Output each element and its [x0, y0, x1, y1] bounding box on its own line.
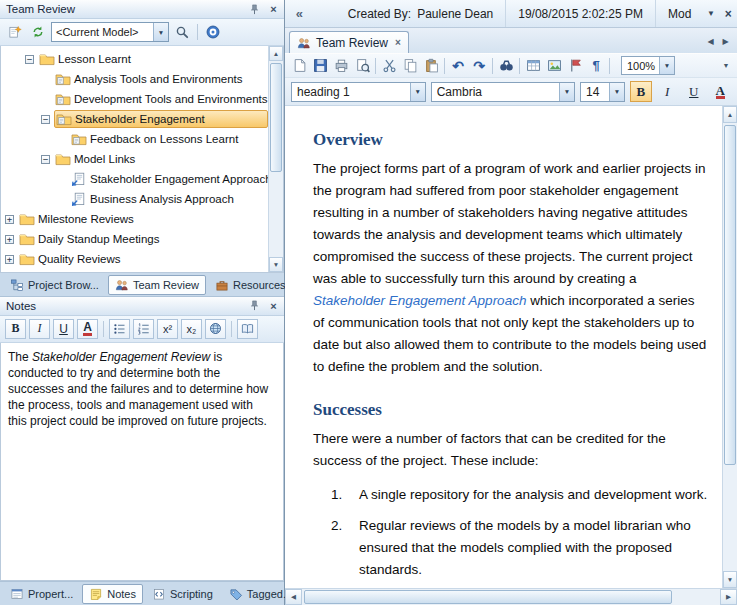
bold-button[interactable]: B — [5, 319, 26, 339]
font-color-button[interactable]: A — [77, 319, 98, 339]
scrollbar-track[interactable] — [269, 61, 283, 257]
print-button[interactable] — [331, 56, 351, 76]
tree-item[interactable]: Development Tools and Environments — [1, 89, 268, 109]
collapse-chevron-icon[interactable]: « — [285, 6, 314, 21]
find-button[interactable] — [496, 56, 516, 76]
document-tab-team-review[interactable]: Team Review × — [289, 31, 409, 53]
format-toolbar: heading 1 ▼ Cambria ▼ 14 ▼ B I U A — [285, 78, 737, 106]
doc-font-color-button[interactable]: A — [710, 81, 731, 102]
close-icon[interactable]: × — [266, 2, 281, 17]
doc-underline-button[interactable]: U — [683, 81, 704, 102]
formatting-marks-button[interactable]: ¶ — [586, 56, 606, 76]
pin-icon[interactable] — [247, 298, 262, 313]
document-vertical-scrollbar[interactable]: ▲ ▼ — [722, 106, 737, 588]
chevron-down-icon[interactable]: ▼ — [153, 23, 168, 41]
tab-resources[interactable]: Resources — [208, 275, 293, 295]
team-review-titlebar: Team Review × — [0, 0, 284, 19]
scrollbar-thumb[interactable] — [304, 590, 672, 604]
cut-button[interactable] — [379, 56, 399, 76]
chevron-down-icon[interactable]: ▼ — [410, 83, 425, 101]
tab-properties[interactable]: Propert... — [3, 584, 80, 604]
doc-italic-button[interactable]: I — [657, 81, 678, 102]
tree-item[interactable]: Business Analysis Approach — [1, 189, 268, 209]
tab-scroll-left-icon[interactable]: ◀ — [703, 33, 718, 49]
search-button[interactable] — [172, 22, 192, 42]
numbered-list-button[interactable] — [133, 319, 154, 339]
tab-scroll-right-icon[interactable]: ▶ — [718, 33, 733, 49]
options-button[interactable] — [203, 22, 223, 42]
tab-project-browser[interactable]: Project Brow... — [3, 275, 106, 295]
size-select[interactable]: 14 ▼ — [580, 82, 625, 102]
tree-collapse-icon[interactable]: − — [25, 55, 38, 64]
save-button[interactable] — [310, 56, 330, 76]
chevron-down-icon[interactable]: ▼ — [659, 57, 674, 74]
chevron-down-icon[interactable]: ▼ — [559, 83, 574, 101]
scroll-up-icon[interactable]: ▲ — [269, 46, 283, 61]
paste-button[interactable] — [421, 56, 441, 76]
style-select[interactable]: heading 1 ▼ — [291, 82, 426, 102]
toolbar-overflow-icon[interactable]: ▼ — [719, 62, 733, 69]
tree-item[interactable]: Analysis Tools and Environments — [1, 69, 268, 89]
notes-editor[interactable]: The Stakeholder Engagement Review is con… — [0, 343, 284, 582]
close-icon[interactable]: × — [266, 298, 281, 313]
refresh-button[interactable] — [28, 22, 48, 42]
scroll-left-icon[interactable]: ◀ — [285, 589, 302, 605]
insert-image-button[interactable] — [544, 56, 564, 76]
tree-item[interactable]: Feedback on Lessons Learnt — [1, 129, 268, 149]
bullet-list-button[interactable] — [109, 319, 130, 339]
tree-item[interactable]: − Model Links — [1, 149, 268, 169]
header-close-icon[interactable]: × — [720, 5, 737, 23]
font-select[interactable]: Cambria ▼ — [431, 82, 575, 102]
zoom-select[interactable]: 100% ▼ — [621, 56, 675, 75]
redo-button[interactable]: ↷ — [469, 56, 489, 76]
tree-expand-icon[interactable]: + — [5, 255, 18, 264]
toolbox-icon — [215, 279, 229, 291]
scrollbar-track[interactable] — [723, 123, 737, 571]
header-dropdown-icon[interactable]: ▼ — [702, 5, 719, 23]
subscript-button[interactable]: x₂ — [181, 319, 202, 339]
tree-item[interactable]: + Daily Standup Meetings — [1, 229, 268, 249]
tab-team-review[interactable]: Team Review — [108, 275, 206, 295]
tree-item-selected[interactable]: − Stakeholder Engagement — [1, 109, 268, 129]
scrollbar-thumb[interactable] — [270, 63, 282, 172]
insert-table-button[interactable] — [523, 56, 543, 76]
glossary-button[interactable] — [237, 319, 258, 339]
scrollbar-track[interactable] — [302, 589, 720, 605]
document-content[interactable]: Overview The project forms part of a pro… — [285, 106, 722, 588]
new-document-button[interactable] — [289, 56, 309, 76]
tree-item[interactable]: Stakeholder Engagement Approach — [1, 169, 268, 189]
superscript-button[interactable]: x² — [157, 319, 178, 339]
tab-notes[interactable]: Notes — [82, 584, 143, 604]
italic-button[interactable]: I — [29, 319, 50, 339]
undo-button[interactable]: ↶ — [448, 56, 468, 76]
document-horizontal-scrollbar[interactable]: ◀ ▶ — [285, 588, 737, 605]
copy-button[interactable] — [400, 56, 420, 76]
document-toolbar: ↶ ↷ ¶ 100% ▼ ▼ — [285, 54, 737, 78]
pin-icon[interactable] — [247, 2, 262, 17]
scrollbar-thumb[interactable] — [724, 125, 736, 465]
tab-close-icon[interactable]: × — [395, 37, 401, 48]
tree-item-lesson-learnt[interactable]: − Lesson Learnt — [1, 49, 268, 69]
tree-collapse-icon[interactable]: − — [41, 155, 54, 164]
scroll-up-icon[interactable]: ▲ — [723, 106, 737, 123]
bookmark-button[interactable] — [565, 56, 585, 76]
tree-expand-icon[interactable]: + — [5, 235, 18, 244]
model-select[interactable]: <Current Model> ▼ — [51, 22, 169, 42]
scroll-down-icon[interactable]: ▼ — [723, 571, 737, 588]
doc-bold-button[interactable]: B — [630, 81, 651, 102]
scroll-down-icon[interactable]: ▼ — [269, 257, 283, 272]
hyperlink-button[interactable] — [205, 319, 226, 339]
tree-item[interactable]: + Weekly Reviews — [1, 269, 268, 272]
scroll-right-icon[interactable]: ▶ — [720, 589, 737, 605]
tab-scripting[interactable]: Scripting — [145, 584, 220, 604]
tree-collapse-icon[interactable]: − — [41, 115, 54, 124]
tree-item[interactable]: + Milestone Reviews — [1, 209, 268, 229]
tree-item[interactable]: + Quality Reviews — [1, 249, 268, 269]
tree-expand-icon[interactable]: + — [5, 215, 18, 224]
chevron-down-icon[interactable]: ▼ — [609, 83, 624, 101]
print-preview-button[interactable] — [352, 56, 372, 76]
underline-button[interactable]: U — [53, 319, 74, 339]
doc-hyperlink[interactable]: Stakeholder Engagement Approach — [313, 293, 526, 308]
new-topic-button[interactable] — [5, 22, 25, 42]
tree-vertical-scrollbar[interactable]: ▲ ▼ — [268, 46, 283, 272]
